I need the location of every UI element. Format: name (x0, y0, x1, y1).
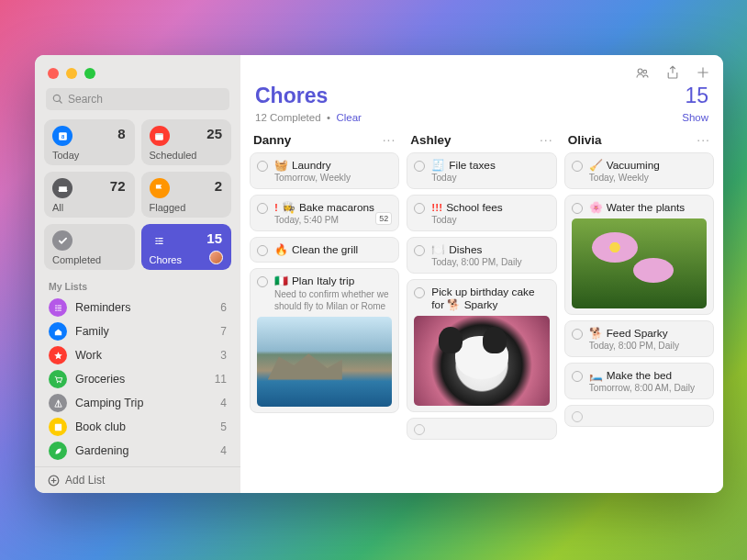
list-row-camping-trip[interactable]: Camping Trip 4 (35, 391, 240, 415)
reminder-item[interactable]: !👩‍🍳Bake macaronsToday, 5:40 PM52 (250, 195, 399, 231)
star-icon (49, 346, 67, 364)
reminder-item[interactable]: 🍽️DishesToday, 8:00 PM, Daily (407, 237, 556, 274)
column-title: Olivia (568, 133, 602, 147)
add-list-button[interactable]: Add List (35, 466, 240, 493)
check-icon (52, 230, 72, 251)
complete-toggle[interactable] (257, 245, 268, 256)
list-row-groceries[interactable]: Groceries 11 (35, 367, 240, 391)
smart-count: 2 (215, 178, 222, 194)
week-badge: 52 (375, 212, 392, 225)
list-count: 3 (220, 349, 227, 362)
complete-toggle[interactable] (572, 371, 583, 382)
complete-toggle[interactable] (572, 161, 583, 172)
reminder-photo (414, 316, 549, 406)
smart-count: 8 (117, 126, 125, 141)
new-reminder-placeholder[interactable] (564, 405, 714, 427)
column-more-button[interactable]: ··· (383, 132, 396, 147)
smart-card-scheduled[interactable]: 25 Scheduled (141, 119, 232, 165)
list-name: Family (75, 325, 220, 338)
complete-toggle[interactable] (572, 329, 583, 340)
app-window: Search 8 8 Today 25 Scheduled 72 All 2 F… (35, 55, 723, 493)
complete-toggle (414, 424, 425, 435)
reminder-item[interactable]: 🔥Clean the grill (250, 237, 399, 263)
show-button[interactable]: Show (682, 112, 708, 123)
column-title: Ashley (410, 133, 451, 147)
reminder-title: 🍽️Dishes (431, 243, 549, 256)
share-icon[interactable] (664, 64, 680, 80)
reminder-item[interactable]: 🌸Water the plants (564, 195, 714, 315)
plus-circle-icon (48, 475, 60, 487)
reminder-item[interactable]: 🐕Feed SparkyToday, 8:00 PM, Daily (564, 320, 714, 357)
list-name: Reminders (75, 301, 220, 314)
column-more-button[interactable]: ··· (540, 132, 553, 147)
smart-card-flagged[interactable]: 2 Flagged (141, 172, 232, 218)
add-list-label: Add List (65, 474, 105, 487)
clear-button[interactable]: Clear (336, 112, 361, 123)
list-name: Book club (75, 420, 220, 433)
reminder-item[interactable]: !!!School feesToday (407, 195, 556, 231)
reminder-title: !!!School fees (431, 201, 549, 214)
close-button[interactable] (48, 68, 59, 79)
list-title: Chores (255, 84, 328, 108)
complete-toggle[interactable] (257, 203, 268, 214)
complete-toggle[interactable] (257, 161, 268, 172)
list-name: Work (75, 349, 220, 362)
main-panel: Chores 15 12 Completed • Clear Show Dann… (240, 55, 723, 493)
leaf-icon (49, 442, 67, 460)
smart-label: Flagged (150, 202, 186, 213)
new-reminder-placeholder[interactable] (407, 418, 556, 440)
column-title: Danny (253, 133, 291, 147)
list-header: Chores 15 (240, 84, 723, 108)
sidebar: Search 8 8 Today 25 Scheduled 72 All 2 F… (35, 55, 240, 493)
complete-toggle[interactable] (414, 287, 425, 298)
reminder-subtitle: Today (431, 173, 549, 183)
list-name: Gardening (75, 444, 220, 457)
smart-card-all[interactable]: 72 All (44, 172, 135, 218)
reminder-subtitle: Tomorrow, Weekly (274, 173, 392, 183)
zoom-button[interactable] (84, 68, 95, 79)
search-input[interactable]: Search (46, 88, 229, 110)
reminder-item[interactable]: 🛏️Make the bedTomorrow, 8:00 AM, Daily (564, 363, 714, 399)
list-row-gardening[interactable]: Gardening 4 (35, 439, 240, 463)
svg-rect-3 (155, 132, 163, 134)
collaborate-icon[interactable] (634, 64, 650, 80)
reminder-item[interactable]: 🧾File taxesToday (407, 152, 556, 189)
reminder-note: Need to confirm whether we should fly to… (274, 288, 392, 312)
completed-count-text: 12 Completed (255, 112, 321, 123)
window-controls (35, 55, 240, 88)
add-icon[interactable] (695, 64, 710, 80)
smart-card-today[interactable]: 8 8 Today (44, 119, 135, 165)
reminder-title: 🔥Clean the grill (274, 243, 392, 256)
reminder-item[interactable]: Pick up birthday cake for 🐕 Sparky (407, 279, 556, 412)
smart-label: Completed (52, 254, 101, 265)
reminder-item[interactable]: 🇮🇹Plan Italy tripNeed to confirm whether… (250, 268, 399, 413)
list-count: 4 (220, 444, 227, 457)
complete-toggle[interactable] (414, 161, 425, 172)
smart-card-completed[interactable]: Completed (44, 224, 135, 270)
tent-icon (49, 394, 67, 412)
tray-icon (52, 178, 72, 198)
list-row-reminders[interactable]: Reminders 6 (35, 296, 240, 319)
search-icon (52, 94, 63, 105)
complete-toggle[interactable] (414, 245, 425, 256)
complete-toggle[interactable] (414, 203, 425, 214)
reminder-item[interactable]: 🧺LaundryTomorrow, Weekly (250, 152, 399, 189)
smart-label: Today (52, 150, 79, 161)
list-row-work[interactable]: Work 3 (35, 343, 240, 367)
smart-card-chores[interactable]: 15 Chores (141, 224, 232, 270)
smart-count: 25 (206, 126, 222, 141)
column-more-button[interactable]: ··· (697, 132, 710, 147)
complete-toggle[interactable] (257, 276, 268, 287)
list-icon (49, 298, 67, 317)
list-row-book-club[interactable]: Book club 5 (35, 415, 240, 439)
reminder-item[interactable]: 🧹VacuumingToday, Weekly (564, 152, 714, 189)
columns: Danny··· 🧺LaundryTomorrow, Weekly !👩‍🍳Ba… (240, 130, 723, 493)
list-icon (150, 230, 170, 251)
column-danny: Danny··· 🧺LaundryTomorrow, Weekly !👩‍🍳Ba… (250, 130, 399, 493)
reminder-photo (572, 218, 707, 308)
complete-toggle[interactable] (572, 203, 583, 214)
minimize-button[interactable] (66, 68, 77, 79)
my-lists-header: My Lists (35, 270, 240, 296)
list-row-family[interactable]: Family 7 (35, 319, 240, 343)
reminder-title: 🧺Laundry (274, 159, 392, 172)
